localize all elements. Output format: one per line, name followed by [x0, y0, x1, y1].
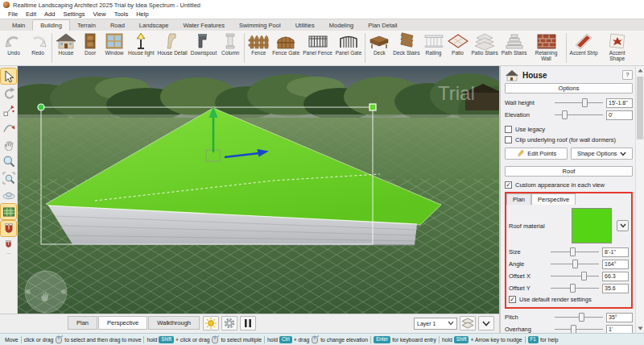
- value-pitch[interactable]: 35°: [606, 313, 633, 322]
- value-elevation[interactable]: 0': [606, 110, 633, 120]
- view-tab-walkthrough[interactable]: Walkthrough: [148, 316, 200, 330]
- menu-item-settings[interactable]: Settings: [59, 10, 89, 18]
- ribbon-tab-water-features[interactable]: Water Features: [176, 20, 232, 31]
- menu-item-edit[interactable]: Edit: [22, 10, 40, 18]
- magnet-snap-icon[interactable]: [1, 221, 16, 236]
- nav-left-button[interactable]: [26, 289, 31, 294]
- slider-thumb[interactable]: [570, 284, 576, 293]
- toolbar-button-fence[interactable]: Fence: [246, 31, 270, 64]
- viewport-3d[interactable]: Trial: [18, 66, 499, 314]
- menu-item-view[interactable]: View: [89, 10, 110, 18]
- toolbar-button-panel-fence[interactable]: Panel Fence: [301, 31, 334, 64]
- custom-appearance-row[interactable]: ✓ Custom appearance in each view: [505, 180, 633, 190]
- select-cursor-icon[interactable]: [1, 69, 16, 84]
- rotate-tool-icon[interactable]: [1, 85, 16, 101]
- menu-item-help[interactable]: Help: [132, 10, 152, 18]
- slider-thumb[interactable]: [562, 110, 568, 119]
- scroll-down-arrow[interactable]: [636, 324, 644, 333]
- use-legacy-row[interactable]: Use legacy: [505, 124, 633, 135]
- selection-handle-topleft[interactable]: [38, 104, 44, 110]
- ribbon-tab-plan-detail[interactable]: Plan Detail: [361, 20, 404, 31]
- pan-hand-icon[interactable]: [1, 136, 16, 152]
- slider-overhang[interactable]: [555, 324, 603, 333]
- scroll-up-arrow[interactable]: [636, 66, 644, 75]
- slider-thumb[interactable]: [571, 325, 576, 333]
- value-angle[interactable]: 164°: [602, 260, 629, 269]
- layers-button[interactable]: [460, 316, 476, 330]
- slider-pitch[interactable]: [555, 312, 603, 322]
- pause-button[interactable]: [240, 316, 256, 330]
- render-settings-button[interactable]: [221, 316, 237, 330]
- toolbar-button-house[interactable]: House: [54, 31, 78, 64]
- view-tab-perspective[interactable]: Perspective: [98, 316, 147, 330]
- sun-lighting-button[interactable]: [203, 316, 219, 330]
- slider-thumb[interactable]: [572, 260, 578, 268]
- toolbar-button-house-detail[interactable]: House Detail: [156, 31, 189, 64]
- ribbon-tab-modeling[interactable]: Modeling: [322, 20, 361, 31]
- slider-thumb[interactable]: [570, 247, 576, 256]
- roof-material-swatch[interactable]: [572, 208, 612, 243]
- orbit-icon[interactable]: [1, 187, 16, 202]
- use-legacy-checkbox[interactable]: [505, 126, 512, 133]
- toolbar-button-door[interactable]: Door: [78, 31, 102, 64]
- toolbar-button-deck-stairs[interactable]: Deck Stairs: [391, 31, 421, 64]
- slider-offset-y[interactable]: [551, 283, 599, 293]
- default-render-row[interactable]: ✓ Use default render settings: [509, 294, 629, 305]
- layer-options-button[interactable]: [478, 316, 494, 330]
- grid-snap-icon[interactable]: [1, 204, 16, 219]
- ribbon-tab-landscape[interactable]: Landscape: [132, 20, 176, 31]
- slider-offset-x[interactable]: [551, 271, 599, 281]
- toolbar-button-accent-shape[interactable]: Accent Shape: [600, 31, 635, 64]
- toolbar-button-panel-gate[interactable]: Panel Gate: [334, 31, 364, 64]
- clip-roof-checkbox[interactable]: [505, 136, 512, 143]
- value-overhang[interactable]: 1': [606, 325, 633, 334]
- ribbon-tab-terrain[interactable]: Terrain: [70, 20, 103, 31]
- toolbar-button-deck[interactable]: Deck: [367, 31, 391, 64]
- edit-points-tool-icon[interactable]: [1, 102, 16, 118]
- toolbar-button-patio-stairs[interactable]: Patio Stairs: [470, 31, 500, 64]
- toolbar-button-redo[interactable]: Redo: [26, 31, 50, 64]
- ribbon-tab-main[interactable]: Main: [5, 20, 32, 31]
- toolbar-button-undo[interactable]: Undo: [2, 31, 26, 64]
- custom-appearance-checkbox[interactable]: ✓: [505, 181, 512, 189]
- value-offset-y[interactable]: 35.6: [602, 284, 629, 293]
- slider-thumb[interactable]: [582, 98, 588, 107]
- toolbar-button-railing[interactable]: Railing: [422, 31, 446, 64]
- slider-thumb[interactable]: [579, 313, 584, 322]
- ribbon-tab-utilities[interactable]: Utilities: [288, 20, 322, 31]
- navigation-widget[interactable]: [25, 271, 67, 313]
- slider-elevation[interactable]: [555, 110, 603, 120]
- slider-size[interactable]: [551, 247, 599, 257]
- curve-tool-icon[interactable]: [1, 119, 16, 135]
- slider-angle[interactable]: [551, 259, 599, 269]
- ribbon-tab-road[interactable]: Road: [103, 20, 132, 31]
- shape-options-button[interactable]: Shape Options: [571, 148, 634, 160]
- edit-points-button[interactable]: Edit Points: [505, 148, 568, 160]
- toolbar-button-house-light[interactable]: House light: [126, 31, 156, 64]
- clip-roof-row[interactable]: Clip underlying roof (for wall dormers): [505, 135, 633, 145]
- default-render-checkbox[interactable]: ✓: [509, 296, 516, 303]
- toolbar-button-fence-gate[interactable]: Fence Gate: [270, 31, 301, 64]
- nav-right-button[interactable]: [61, 289, 66, 294]
- help-button[interactable]: ?: [622, 70, 633, 80]
- scrollbar-thumb[interactable]: [637, 77, 643, 139]
- toolbar-button-accent-strip[interactable]: Accent Strip: [568, 31, 600, 64]
- slider-wall-height[interactable]: [555, 98, 603, 108]
- panel-scrollbar[interactable]: [635, 66, 644, 333]
- toolbar-button-column[interactable]: Column: [218, 31, 242, 64]
- layer-select[interactable]: Layer 1: [414, 318, 457, 330]
- ribbon-tab-swimming-pool[interactable]: Swimming Pool: [232, 20, 288, 31]
- menu-item-tools[interactable]: Tools: [110, 10, 133, 18]
- panel-tab-plan[interactable]: Plan: [506, 193, 531, 205]
- ribbon-tab-building[interactable]: Building: [32, 19, 70, 31]
- selection-handle-topright[interactable]: [369, 104, 376, 110]
- zoom-region-icon[interactable]: [1, 170, 16, 185]
- value-wall-height[interactable]: 15'-1.8": [606, 98, 633, 108]
- panel-tab-perspective[interactable]: Perspective: [531, 193, 576, 205]
- roof-section-button[interactable]: Roof: [505, 166, 633, 177]
- toolbar-button-patio[interactable]: Patio: [446, 31, 470, 64]
- zoom-icon[interactable]: [1, 153, 16, 168]
- slider-thumb[interactable]: [581, 272, 587, 281]
- view-tab-plan[interactable]: Plan: [68, 316, 97, 330]
- menu-item-add[interactable]: Add: [40, 10, 59, 18]
